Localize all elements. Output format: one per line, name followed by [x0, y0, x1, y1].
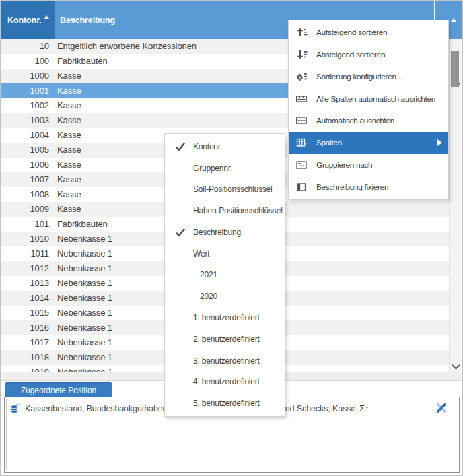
column-toggle-soll-positionsschl-ssel[interactable]: Soll-Positionsschlüssel	[165, 179, 285, 201]
menu-item-label: Beschreibung fixieren	[316, 182, 388, 192]
scroll-to-top-icon[interactable]	[450, 18, 457, 22]
account-number-cell: 101	[1, 217, 49, 232]
submenu-item-label: 4. benutzerdefiniert	[193, 377, 260, 386]
checkmark-placeholder	[174, 334, 186, 345]
column-toggle-2020[interactable]: 2020	[165, 285, 285, 307]
account-description-cell: Kasse	[57, 158, 81, 172]
position-stack-icon	[9, 403, 22, 414]
menu-item-spalten[interactable]: Spalten	[289, 132, 448, 154]
clear-assignment-button[interactable]	[435, 402, 448, 414]
account-description-cell: Kasse	[57, 202, 81, 217]
account-description-cell: Kasse	[57, 113, 81, 128]
account-description-cell: Kasse	[57, 143, 81, 158]
column-toggle-kontonr[interactable]: Kontonr.	[165, 136, 285, 158]
column-toggle-2-benutzerdefiniert[interactable]: 2. benutzerdefiniert	[165, 329, 285, 350]
column-toggle-gruppennr[interactable]: Gruppennr.	[165, 158, 285, 179]
scrollbar-down-icon[interactable]	[452, 361, 460, 370]
account-number-cell: 1009	[1, 202, 49, 217]
menu-item-label: Spalten	[316, 138, 342, 147]
column-toggle-3-benutzerdefiniert[interactable]: 3. benutzerdefiniert	[165, 350, 285, 372]
account-description-cell: Nebenkasse 1	[57, 261, 112, 276]
checkmark-icon	[174, 141, 186, 152]
pin-column-icon	[295, 182, 308, 193]
account-number-cell: 1001	[1, 83, 49, 98]
columns-icon	[295, 137, 308, 148]
menu-item-aufsteigend-sortieren[interactable]: Aufsteigend sortieren	[289, 22, 448, 44]
submenu-arrow-icon	[437, 139, 442, 146]
submenu-item-label: Soll-Positionsschlüssel	[193, 184, 272, 194]
account-description-cell: Nebenkasse 1	[57, 320, 112, 335]
account-description-cell: Kasse	[57, 69, 81, 83]
column-header-kontonr[interactable]: Kontonr.	[1, 1, 55, 39]
account-description-cell: Entgeltlich erworbene Konzessionen	[57, 39, 197, 54]
column-toggle-wert[interactable]: Wert	[165, 243, 285, 265]
checkmark-placeholder	[174, 205, 186, 216]
menu-item-label: Absteigend sortieren	[316, 50, 385, 59]
account-description-cell: Nebenkasse 1	[57, 232, 112, 246]
scrollbar-thumb[interactable]	[451, 51, 459, 87]
account-number-cell: 1003	[1, 113, 49, 128]
column-toggle-1-benutzerdefiniert[interactable]: 1. benutzerdefiniert	[165, 307, 285, 329]
menu-item-sortierung-konfigurieren[interactable]: Sortierung konfigurieren ...	[289, 66, 448, 88]
checkmark-placeholder	[174, 291, 186, 302]
menu-item-gruppieren-nach[interactable]: Gruppieren nach	[289, 154, 448, 176]
checkmark-placeholder	[174, 355, 186, 366]
sort-ascending-indicator-icon	[44, 15, 49, 19]
tab-label: Zugeordnete Position	[21, 386, 96, 395]
account-description-cell: Nebenkasse 1	[57, 335, 112, 350]
menu-item-label: Alle Spalten automatisch ausrichten	[316, 94, 435, 104]
account-number-cell: 1006	[1, 158, 49, 172]
account-description-cell: Nebenkasse 1	[57, 365, 112, 372]
account-number-cell: 1012	[1, 261, 49, 276]
account-description-cell: Kasse	[57, 83, 81, 98]
menu-item-beschreibung-fixieren[interactable]: Beschreibung fixieren	[289, 176, 448, 198]
account-description-cell: Nebenkasse 1	[57, 246, 112, 261]
account-description-cell: Kasse	[57, 172, 81, 187]
submenu-item-label: 2020	[193, 292, 217, 301]
submenu-item-label: 5. benutzerdefiniert	[193, 399, 260, 408]
checkmark-placeholder	[174, 269, 186, 280]
account-number-cell: 1014	[1, 291, 49, 306]
column-toggle-haben-positionsschl-ssel[interactable]: Haben-Positionsschlüssel	[165, 200, 285, 222]
account-number-cell: 1000	[1, 69, 49, 83]
checkmark-placeholder	[174, 184, 186, 195]
sort-descending-icon	[295, 49, 308, 60]
account-description-cell: Nebenkasse 1	[57, 276, 112, 291]
checkmark-placeholder	[174, 398, 186, 409]
column-toggle-2021[interactable]: 2021	[165, 265, 285, 286]
submenu-item-label: 3. benutzerdefiniert	[193, 356, 260, 366]
autofit-column-icon	[295, 115, 308, 126]
account-description-cell: Fabrikbauten	[57, 54, 108, 69]
account-number-cell: 1008	[1, 187, 49, 202]
submenu-item-label: Kontonr.	[193, 142, 222, 151]
tab-zugeordnete-position[interactable]: Zugeordnete Position	[5, 382, 112, 397]
column-toggle-4-benutzerdefiniert[interactable]: 4. benutzerdefiniert	[165, 371, 285, 393]
account-number-cell: 1004	[1, 128, 49, 143]
account-number-cell: 1013	[1, 276, 49, 291]
account-number-cell: 1007	[1, 172, 49, 187]
checkmark-placeholder	[174, 312, 186, 323]
checkmark-icon	[174, 227, 186, 238]
checkmark-placeholder	[174, 376, 186, 387]
submenu-item-label: Gruppennr.	[193, 164, 232, 173]
column-toggle-5-benutzerdefiniert[interactable]: 5. benutzerdefiniert	[165, 393, 285, 414]
submenu-item-label: 1. benutzerdefiniert	[193, 313, 260, 322]
menu-item-automatisch-ausrichten[interactable]: Automatisch ausrichten	[289, 110, 448, 132]
menu-item-absteigend-sortieren[interactable]: Absteigend sortieren	[289, 44, 448, 66]
column-header-kontonr-label: Kontonr.	[7, 15, 42, 25]
account-description-cell: Kasse	[57, 187, 81, 202]
column-toggle-beschreibung[interactable]: Beschreibung	[165, 222, 285, 243]
account-number-cell: 100	[1, 54, 49, 69]
account-grid-window: Kontonr. Beschreibung 10Entgeltlich erwo…	[0, 0, 463, 476]
menu-item-label: Sortierung konfigurieren ...	[316, 72, 404, 81]
menu-item-label: Gruppieren nach	[316, 160, 372, 170]
menu-item-alle-spalten-automatisch-ausrichten[interactable]: Alle Spalten automatisch ausrichten	[289, 88, 448, 110]
account-number-cell: 1002	[1, 98, 49, 113]
vertical-scrollbar[interactable]	[449, 39, 461, 372]
autofit-all-columns-icon	[295, 94, 308, 104]
account-number-cell: 1011	[1, 246, 49, 261]
account-description-cell: Kasse	[57, 128, 81, 143]
submenu-item-label: 2021	[193, 270, 217, 279]
account-number-cell: 1010	[1, 232, 49, 246]
account-description-cell: Fabrikbauten	[57, 217, 108, 232]
